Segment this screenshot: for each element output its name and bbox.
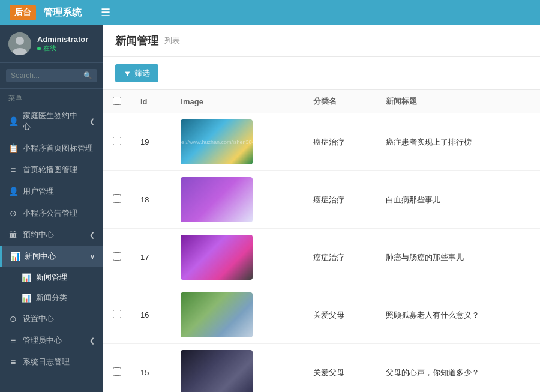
sidebar-label-news-mgmt: 新闻管理 [36,272,67,283]
news-category-icon: 📊 [22,294,31,303]
row-title: 照顾孤寡老人有什么意义？ [376,286,540,344]
sidebar-item-mini-notice[interactable]: ⊙ 小程序公告管理 [0,202,103,224]
col-id: Id [131,90,171,113]
filter-button[interactable]: ▼ 筛选 [115,64,158,82]
row-id: 16 [131,286,171,344]
avatar [8,32,31,55]
news-image-2 [181,235,253,280]
row-image-cell [171,171,303,229]
page-header: 新闻管理 列表 [103,25,540,57]
table-row: 16 关爱父母 照顾孤寡老人有什么意义？ [103,286,540,344]
user-details: Administrator 在线 [37,35,88,53]
chevron-icon-admin: ❮ [89,337,95,345]
row-title: 白血病那些事儿 [376,171,540,229]
row-checkbox-1[interactable] [113,194,121,203]
col-image: Image [171,90,303,113]
row-category: 癌症治疗 [304,113,377,171]
sidebar-label-news-center: 新闻中心 [25,251,56,262]
row-checkbox-2[interactable] [113,252,121,261]
sidebar-label-news-category: 新闻分类 [36,292,67,303]
search-wrap: 🔍 [6,69,97,82]
sidebar-label-mini-banner: 小程序首页图标管理 [23,143,93,154]
news-center-icon: 📊 [10,252,20,261]
app-header: 后台 管理系统 ☰ [0,0,540,25]
row-id: 19 [131,113,171,171]
layout: Administrator 在线 🔍 菜单 👤 家庭医生签约中心 ❮ 📋 小程序… [0,25,540,392]
row-category: 癌症治疗 [304,171,377,229]
sidebar-label-user-mgmt: 用户管理 [23,186,54,197]
row-checkbox-cell [103,229,131,286]
table-row: 15 关爱父母 父母的心声，你知道多少？ [103,344,540,393]
sidebar-item-admin-center[interactable]: ≡ 管理员中心 ❮ [0,330,103,351]
row-checkbox-cell [103,113,131,171]
select-all-checkbox[interactable] [113,97,121,105]
booking-icon: 🏛 [8,230,18,240]
row-title: 肺癌与肠癌的那些事儿 [376,229,540,286]
sidebar-item-settings[interactable]: ⊙ 设置中心 [0,308,103,330]
news-image-4 [181,350,253,392]
row-checkbox-3[interactable] [113,310,121,318]
row-category: 关爱父母 [304,286,377,344]
user-mgmt-icon: 👤 [8,187,18,196]
sidebar-item-user-mgmt[interactable]: 👤 用户管理 [0,181,103,202]
admin-center-icon: ≡ [8,336,18,345]
news-mgmt-icon: 📊 [22,273,31,282]
sidebar-item-system-log[interactable]: ≡ 系统日志管理 [0,351,103,373]
row-checkbox-4[interactable] [113,367,121,376]
sidebar-item-news-center[interactable]: 📊 新闻中心 ∨ [0,246,103,267]
chevron-icon-booking: ❮ [89,231,95,239]
table-container: Id Image 分类名 新闻标题 19 https://www.huzhan.… [103,90,540,392]
sidebar-item-booking[interactable]: 🏛 预约中心 ❮ [0,224,103,246]
table-header-row: Id Image 分类名 新闻标题 [103,90,540,113]
search-icon: 🔍 [83,71,92,80]
row-image-cell [171,344,303,393]
menu-icon[interactable]: ☰ [101,6,110,19]
sidebar-item-carousel[interactable]: ≡ 首页轮播图管理 [0,159,103,181]
col-category: 分类名 [304,90,377,113]
news-image-1 [181,177,253,222]
sidebar-label-system-log: 系统日志管理 [23,357,70,367]
status-dot [37,47,41,50]
row-checkbox-cell [103,344,131,393]
sidebar-label-family-doctor: 家庭医生签约中心 [23,110,85,132]
carousel-icon: ≡ [8,165,18,175]
news-table: Id Image 分类名 新闻标题 19 https://www.huzhan.… [103,90,540,392]
table-row: 18 癌症治疗 白血病那些事儿 [103,171,540,229]
system-log-icon: ≡ [8,357,18,367]
watermark: https://www.huzhan.com/ishen38400 [181,139,253,145]
news-image-0: https://www.huzhan.com/ishen38400 [181,119,253,164]
sidebar-item-news-category[interactable]: 📊 新闻分类 [0,288,103,308]
svg-point-1 [16,37,24,45]
row-category: 关爱父母 [304,344,377,393]
row-category: 癌症治疗 [304,229,377,286]
sidebar-item-mini-banner[interactable]: 📋 小程序首页图标管理 [0,137,103,159]
row-id: 15 [131,344,171,393]
logo-badge: 后台 [10,5,36,20]
sidebar-label-booking: 预约中心 [23,229,54,240]
filter-icon: ▼ [124,69,131,78]
toolbar: ▼ 筛选 [103,57,540,90]
sidebar-item-news-mgmt[interactable]: 📊 新闻管理 [0,267,103,288]
menu-section-label: 菜单 [0,89,103,105]
row-checkbox-cell [103,286,131,344]
row-image-cell [171,229,303,286]
news-image-3 [181,292,253,337]
search-input[interactable] [11,71,80,80]
chevron-icon-news: ∨ [90,253,95,261]
row-image-cell: https://www.huzhan.com/ishen38400 [171,113,303,171]
user-info: Administrator 在线 [0,25,103,63]
family-doctor-icon: 👤 [8,116,18,126]
user-name: Administrator [37,35,88,44]
row-title: 癌症患者实现上了排行榜 [376,113,540,171]
app-title: 管理系统 [43,7,82,19]
mini-banner-icon: 📋 [8,143,18,153]
row-title: 父母的心声，你知道多少？ [376,344,540,393]
row-checkbox-0[interactable] [113,137,121,145]
page-title: 新闻管理 [115,34,158,48]
sidebar-label-carousel: 首页轮播图管理 [23,164,77,175]
user-status: 在线 [37,44,88,53]
row-checkbox-cell [103,171,131,229]
sidebar-item-family-doctor[interactable]: 👤 家庭医生签约中心 ❮ [0,105,103,137]
row-id: 17 [131,229,171,286]
sidebar-label-mini-notice: 小程序公告管理 [23,208,77,219]
